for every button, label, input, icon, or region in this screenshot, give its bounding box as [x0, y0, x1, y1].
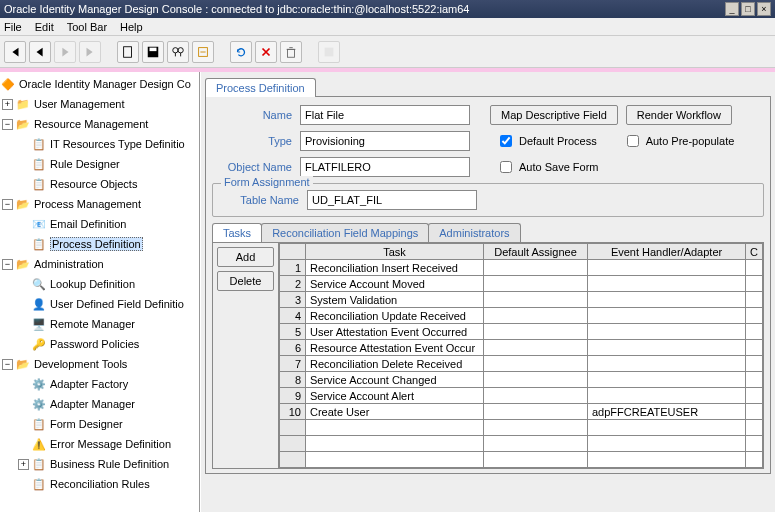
auto-prepopulate-check[interactable]: Auto Pre-populate — [623, 132, 735, 150]
expand-icon[interactable]: + — [18, 459, 29, 470]
row-c[interactable] — [746, 324, 763, 340]
delete-icon[interactable] — [255, 41, 277, 63]
row-task[interactable]: System Validation — [306, 292, 484, 308]
subtab-admins[interactable]: Administrators — [428, 223, 520, 242]
tree-adapter-factory[interactable]: ⚙️Adapter Factory — [0, 374, 199, 394]
add-button[interactable]: Add — [217, 247, 274, 267]
new-icon[interactable] — [117, 41, 139, 63]
row-c[interactable] — [746, 356, 763, 372]
row-task[interactable]: User Attestation Event Occurred — [306, 324, 484, 340]
query-icon[interactable] — [192, 41, 214, 63]
tree-form-designer[interactable]: 📋Form Designer — [0, 414, 199, 434]
collapse-icon[interactable]: − — [2, 119, 13, 130]
row-handler[interactable] — [588, 292, 746, 308]
expand-icon[interactable]: + — [2, 99, 13, 110]
next-icon[interactable] — [54, 41, 76, 63]
row-c[interactable] — [746, 388, 763, 404]
tree-administration[interactable]: −📂Administration — [0, 254, 199, 274]
subtab-recon[interactable]: Reconciliation Field Mappings — [261, 223, 429, 242]
tree-adapter-mgr[interactable]: ⚙️Adapter Manager — [0, 394, 199, 414]
table-row[interactable]: 8 Service Account Changed — [280, 372, 763, 388]
col-task[interactable]: Task — [306, 244, 484, 260]
object-name-input[interactable] — [300, 157, 470, 177]
auto-prepopulate-checkbox[interactable] — [627, 135, 639, 147]
row-handler[interactable] — [588, 356, 746, 372]
last-icon[interactable] — [79, 41, 101, 63]
tree-user-field-def[interactable]: 👤User Defined Field Definitio — [0, 294, 199, 314]
row-task[interactable]: Service Account Alert — [306, 388, 484, 404]
auto-save-checkbox[interactable] — [500, 161, 512, 173]
table-row[interactable]: 1 Reconciliation Insert Received — [280, 260, 763, 276]
tree-lookup-def[interactable]: 🔍Lookup Definition — [0, 274, 199, 294]
row-assignee[interactable] — [484, 356, 588, 372]
prev-icon[interactable] — [29, 41, 51, 63]
row-task[interactable]: Create User — [306, 404, 484, 420]
tree-resource-mgmt[interactable]: −📂Resource Management — [0, 114, 199, 134]
save-icon[interactable] — [142, 41, 164, 63]
menu-help[interactable]: Help — [120, 21, 143, 33]
name-input[interactable] — [300, 105, 470, 125]
col-assignee[interactable]: Default Assignee — [484, 244, 588, 260]
tab-process-definition[interactable]: Process Definition — [205, 78, 316, 97]
default-process-checkbox[interactable] — [500, 135, 512, 147]
row-task[interactable]: Reconciliation Insert Received — [306, 260, 484, 276]
tree-dev-tools[interactable]: −📂Development Tools — [0, 354, 199, 374]
tree-rule-designer[interactable]: 📋Rule Designer — [0, 154, 199, 174]
notes-icon[interactable] — [318, 41, 340, 63]
refresh-icon[interactable] — [230, 41, 252, 63]
row-c[interactable] — [746, 276, 763, 292]
maximize-button[interactable]: □ — [741, 2, 755, 16]
table-row[interactable]: 2 Service Account Moved — [280, 276, 763, 292]
tree-process-def[interactable]: 📋Process Definition — [0, 234, 199, 254]
row-c[interactable] — [746, 292, 763, 308]
table-row[interactable]: 3 System Validation — [280, 292, 763, 308]
tree-user-mgmt[interactable]: +📁User Management — [0, 94, 199, 114]
row-c[interactable] — [746, 340, 763, 356]
collapse-icon[interactable]: − — [2, 199, 13, 210]
trash-icon[interactable] — [280, 41, 302, 63]
menu-toolbar[interactable]: Tool Bar — [67, 21, 107, 33]
collapse-icon[interactable]: − — [2, 359, 13, 370]
table-row[interactable]: 4 Reconciliation Update Received — [280, 308, 763, 324]
close-button[interactable]: × — [757, 2, 771, 16]
row-assignee[interactable] — [484, 292, 588, 308]
minimize-button[interactable]: _ — [725, 2, 739, 16]
tree-remote-mgr[interactable]: 🖥️Remote Manager — [0, 314, 199, 334]
col-handler[interactable]: Event Handler/Adapter — [588, 244, 746, 260]
search-icon[interactable] — [167, 41, 189, 63]
col-c[interactable]: C — [746, 244, 763, 260]
tree-error-msg-def[interactable]: ⚠️Error Message Definition — [0, 434, 199, 454]
tree-process-mgmt[interactable]: −📂Process Management — [0, 194, 199, 214]
row-c[interactable] — [746, 372, 763, 388]
menu-edit[interactable]: Edit — [35, 21, 54, 33]
delete-button[interactable]: Delete — [217, 271, 274, 291]
row-assignee[interactable] — [484, 276, 588, 292]
row-task[interactable]: Service Account Changed — [306, 372, 484, 388]
default-process-check[interactable]: Default Process — [496, 132, 597, 150]
row-task[interactable]: Resource Attestation Event Occur — [306, 340, 484, 356]
first-icon[interactable] — [4, 41, 26, 63]
row-handler[interactable] — [588, 388, 746, 404]
tree-resource-objects[interactable]: 📋Resource Objects — [0, 174, 199, 194]
row-c[interactable] — [746, 260, 763, 276]
table-row[interactable]: 6 Resource Attestation Event Occur — [280, 340, 763, 356]
row-c[interactable] — [746, 404, 763, 420]
row-handler[interactable] — [588, 324, 746, 340]
row-assignee[interactable] — [484, 388, 588, 404]
row-task[interactable]: Reconciliation Update Received — [306, 308, 484, 324]
row-assignee[interactable] — [484, 404, 588, 420]
tree-root[interactable]: 🔶Oracle Identity Manager Design Co — [0, 74, 199, 94]
row-handler[interactable]: adpFFCREATEUSER — [588, 404, 746, 420]
render-workflow-button[interactable]: Render Workflow — [626, 105, 732, 125]
tree-biz-rule-def[interactable]: +📋Business Rule Definition — [0, 454, 199, 474]
row-c[interactable] — [746, 308, 763, 324]
row-handler[interactable] — [588, 372, 746, 388]
table-row[interactable]: 9 Service Account Alert — [280, 388, 763, 404]
col-num[interactable] — [280, 244, 306, 260]
subtab-tasks[interactable]: Tasks — [212, 223, 262, 242]
table-row[interactable]: 5 User Attestation Event Occurred — [280, 324, 763, 340]
menu-file[interactable]: File — [4, 21, 22, 33]
row-assignee[interactable] — [484, 308, 588, 324]
tree-email-def[interactable]: 📧Email Definition — [0, 214, 199, 234]
row-assignee[interactable] — [484, 340, 588, 356]
